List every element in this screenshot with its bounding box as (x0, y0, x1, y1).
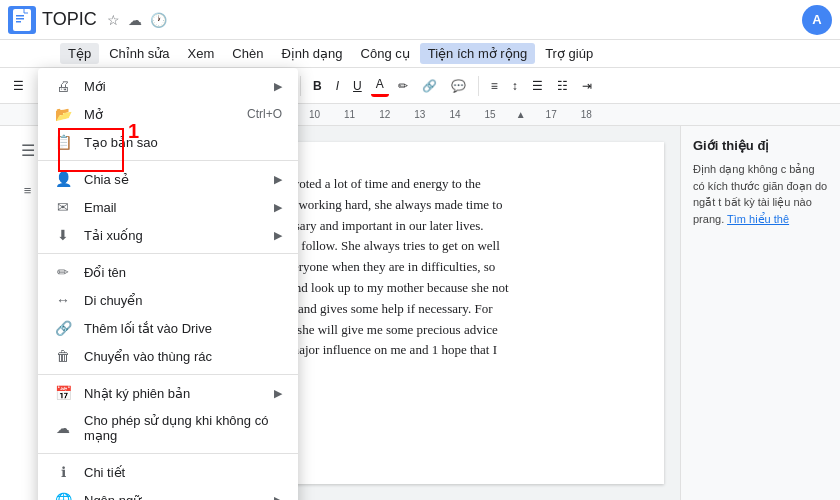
menu-chen[interactable]: Chèn (224, 43, 271, 64)
dropdown-tao-ban-sao[interactable]: 📋 Tạo bản sao (38, 128, 298, 156)
title-icons: ☆ ☁ 🕐 (107, 12, 167, 28)
dropdown-moi-label: Mới (84, 79, 262, 94)
divider-4 (38, 453, 298, 454)
dropdown-chi-tiet[interactable]: ℹ Chi tiết (38, 458, 298, 486)
dropdown-nhat-ky-arrow: ▶ (274, 387, 282, 400)
italic-btn[interactable]: I (331, 76, 344, 96)
numbered-list-btn[interactable]: ☷ (552, 76, 573, 96)
list-btn[interactable]: ☰ (527, 76, 548, 96)
dropdown-email-label: Email (84, 200, 262, 215)
dropdown-di-chuyen[interactable]: ↔ Di chuyển (38, 286, 298, 314)
dropdown-di-chuyen-label: Di chuyển (84, 293, 282, 308)
language-icon: 🌐 (54, 492, 72, 500)
dropdown-tai-xuong-arrow: ▶ (274, 229, 282, 242)
dropdown-doi-ten[interactable]: ✏ Đổi tên (38, 258, 298, 286)
menu-dinh-dang[interactable]: Định dạng (273, 43, 350, 64)
dropdown-email[interactable]: ✉ Email ▶ (38, 193, 298, 221)
dropdown-them-loi-tat[interactable]: 🔗 Thêm lối tắt vào Drive (38, 314, 298, 342)
dropdown-doi-ten-label: Đổi tên (84, 265, 282, 280)
divider-1 (38, 160, 298, 161)
divider-2 (38, 253, 298, 254)
indent-btn[interactable]: ⇥ (577, 76, 597, 96)
menu-tep[interactable]: Tệp (60, 43, 99, 64)
user-avatar[interactable]: A (802, 5, 832, 35)
dropdown-nhat-ky[interactable]: 📅 Nhật ký phiên bản ▶ (38, 379, 298, 407)
menu-bar: Tệp Chỉnh sửa Xem Chèn Định dạng Công cụ… (0, 40, 840, 68)
dropdown-tai-xuong-label: Tải xuống (84, 228, 262, 243)
drive-icon: 🔗 (54, 320, 72, 336)
line-spacing-btn[interactable]: ↕ (507, 76, 523, 96)
move-icon: ↔ (54, 292, 72, 308)
toolbar-menu-btn[interactable]: ☰ (8, 76, 29, 96)
dropdown-mo-label: Mở (84, 107, 235, 122)
text-color-btn[interactable]: A (371, 74, 389, 97)
cloud-icon[interactable]: ☁ (128, 12, 142, 28)
copy-icon: 📋 (54, 134, 72, 150)
highlight-btn[interactable]: ✏ (393, 76, 413, 96)
dropdown-ngon-ngu-arrow: ▶ (274, 494, 282, 501)
trash-icon: 🗑 (54, 348, 72, 364)
star-icon[interactable]: ☆ (107, 12, 120, 28)
dropdown-nhat-ky-label: Nhật ký phiên bản (84, 386, 262, 401)
dropdown-mo-shortcut: Ctrl+O (247, 107, 282, 121)
history-icon[interactable]: 🕐 (150, 12, 167, 28)
dropdown-email-arrow: ▶ (274, 201, 282, 214)
dropdown-thung-rac[interactable]: 🗑 Chuyển vào thùng rác (38, 342, 298, 370)
download-icon: ⬇ (54, 227, 72, 243)
align-btn[interactable]: ≡ (486, 76, 503, 96)
docs-icon (8, 6, 36, 34)
dropdown-thung-rac-label: Chuyển vào thùng rác (84, 349, 282, 364)
right-panel-body: Định dạng không c bảng có kích thước giã… (693, 161, 828, 227)
dropdown-chia-se[interactable]: 👤 Chia sẻ ▶ (38, 165, 298, 193)
open-icon: 📂 (54, 106, 72, 122)
email-icon: ✉ (54, 199, 72, 215)
dropdown-them-loi-tat-label: Thêm lối tắt vào Drive (84, 321, 282, 336)
menu-tien-ich[interactable]: Tiện ích mở rộng (420, 43, 535, 64)
menu-chinh-sua[interactable]: Chỉnh sửa (101, 43, 177, 64)
menu-tro-giup[interactable]: Trợ giúp (537, 43, 601, 64)
dropdown-ngon-ngu-label: Ngôn ngữ (84, 493, 262, 501)
new-icon: 🖨 (54, 78, 72, 94)
dropdown-chia-se-arrow: ▶ (274, 173, 282, 186)
dropdown-mo[interactable]: 📂 Mở Ctrl+O (38, 100, 298, 128)
link-btn[interactable]: 🔗 (417, 76, 442, 96)
doc-title: TOPIC (42, 9, 97, 30)
rename-icon: ✏ (54, 264, 72, 280)
offline-icon: ☁ (54, 420, 72, 436)
dropdown-offline[interactable]: ☁ Cho phép sử dụng khi không có mạng (38, 407, 298, 449)
toolbar-divider-4 (478, 76, 479, 96)
share-icon: 👤 (54, 171, 72, 187)
right-panel-link[interactable]: Tìm hiểu thê (727, 213, 789, 225)
info-icon: ℹ (54, 464, 72, 480)
menu-xem[interactable]: Xem (180, 43, 223, 64)
dropdown-tao-ban-sao-label: Tạo bản sao (84, 135, 282, 150)
dropdown-moi[interactable]: 🖨 Mới ▶ (38, 72, 298, 100)
dropdown-chi-tiet-label: Chi tiết (84, 465, 282, 480)
bold-btn[interactable]: B (308, 76, 327, 96)
top-bar: TOPIC ☆ ☁ 🕐 A (0, 0, 840, 40)
file-dropdown-menu: 🖨 Mới ▶ 📂 Mở Ctrl+O 📋 Tạo bản sao 👤 Chia… (38, 68, 298, 500)
divider-3 (38, 374, 298, 375)
dropdown-offline-label: Cho phép sử dụng khi không có mạng (84, 413, 282, 443)
comment-btn[interactable]: 💬 (446, 76, 471, 96)
right-panel-title: Giới thiệu đị (693, 138, 828, 153)
toolbar-divider-3 (300, 76, 301, 96)
menu-cong-cu[interactable]: Công cụ (353, 43, 418, 64)
underline-btn[interactable]: U (348, 76, 367, 96)
dropdown-moi-arrow: ▶ (274, 80, 282, 93)
right-panel: Giới thiệu đị Định dạng không c bảng có … (680, 126, 840, 500)
svg-rect-0 (13, 9, 31, 31)
dropdown-ngon-ngu[interactable]: 🌐 Ngôn ngữ ▶ (38, 486, 298, 500)
history2-icon: 📅 (54, 385, 72, 401)
dropdown-chia-se-label: Chia sẻ (84, 172, 262, 187)
dropdown-tai-xuong[interactable]: ⬇ Tải xuống ▶ (38, 221, 298, 249)
